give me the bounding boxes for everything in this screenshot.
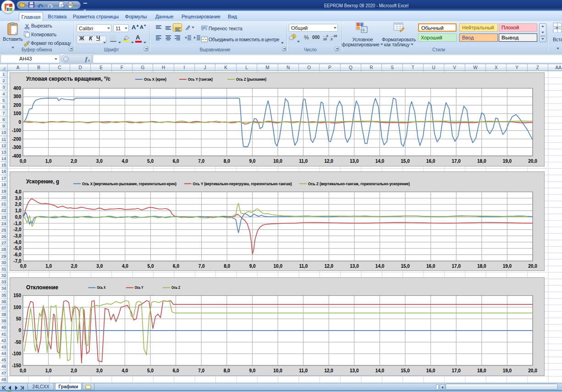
svg-text:2,0: 2,0 xyxy=(71,368,77,373)
svg-text:8,0: 8,0 xyxy=(224,159,230,164)
svg-text:11,0: 11,0 xyxy=(299,264,308,269)
svg-text:-100: -100 xyxy=(12,351,21,356)
svg-text:100: 100 xyxy=(13,305,21,310)
svg-text:1,0: 1,0 xyxy=(45,264,52,269)
svg-text:19,0: 19,0 xyxy=(503,264,512,269)
svg-text:Ось Z (вертикально-тангаж, го: Ось Z (вертикально-тангаж, горизонтально… xyxy=(308,182,410,186)
svg-text:8,0: 8,0 xyxy=(224,368,230,373)
svg-text:19,0: 19,0 xyxy=(503,368,512,373)
svg-text:Ось X (крен): Ось X (крен) xyxy=(144,77,166,82)
svg-text:18,0: 18,0 xyxy=(477,159,486,164)
svg-text:0: 0 xyxy=(18,328,21,333)
svg-text:20,0: 20,0 xyxy=(528,368,537,373)
svg-text:4,0: 4,0 xyxy=(15,189,22,194)
svg-text:9,0: 9,0 xyxy=(249,368,255,373)
svg-text:15,0: 15,0 xyxy=(401,264,410,269)
svg-text:6,0: 6,0 xyxy=(173,159,179,164)
svg-text:16,0: 16,0 xyxy=(426,159,435,164)
svg-text:-300: -300 xyxy=(12,145,21,150)
svg-text:1,0: 1,0 xyxy=(45,159,52,164)
svg-text:3,0: 3,0 xyxy=(96,368,103,373)
svg-text:14,0: 14,0 xyxy=(375,264,385,269)
svg-text:11,0: 11,0 xyxy=(299,159,308,164)
svg-text:14,0: 14,0 xyxy=(375,368,385,373)
svg-text:18,0: 18,0 xyxy=(477,368,486,373)
svg-text:13,0: 13,0 xyxy=(350,159,359,164)
svg-text:-5,0: -5,0 xyxy=(13,246,22,251)
svg-text:2,0: 2,0 xyxy=(71,159,77,164)
svg-text:.00: .00 xyxy=(323,38,327,41)
svg-text:7,0: 7,0 xyxy=(198,159,204,164)
svg-text:12,0: 12,0 xyxy=(324,368,333,373)
svg-text:14,0: 14,0 xyxy=(375,159,385,164)
svg-text:100: 100 xyxy=(13,111,21,116)
svg-text:Ось Z (рыскание): Ось Z (рыскание) xyxy=(236,77,266,82)
svg-text:EEPROM Вектор 08 2020 - Micr: EEPROM Вектор 08 2020 - Microsoft Excel xyxy=(324,3,408,8)
svg-text:0: 0 xyxy=(18,120,21,125)
svg-text:6,0: 6,0 xyxy=(173,264,179,269)
svg-text:10,0: 10,0 xyxy=(273,368,282,373)
svg-text:50: 50 xyxy=(16,316,22,321)
svg-text:13,0: 13,0 xyxy=(350,368,359,373)
svg-text:11,0: 11,0 xyxy=(299,368,308,373)
svg-text:17,0: 17,0 xyxy=(452,368,461,373)
svg-text:17,0: 17,0 xyxy=(452,159,461,164)
svg-text:Отклонение: Отклонение xyxy=(26,284,58,291)
svg-text:3,0: 3,0 xyxy=(96,159,103,164)
svg-text:→.00: →.00 xyxy=(330,34,337,38)
svg-text:4,0: 4,0 xyxy=(121,368,128,373)
svg-text:-400: -400 xyxy=(12,154,21,159)
svg-text:20,0: 20,0 xyxy=(528,159,537,164)
svg-text:-100: -100 xyxy=(12,128,21,133)
svg-text:Ось Y (вертикально-перегрузка,: Ось Y (вертикально-перегрузка, горизонта… xyxy=(193,182,292,186)
svg-text:$: $ xyxy=(293,35,295,38)
svg-text:15,0: 15,0 xyxy=(401,368,410,373)
svg-text:-4,0: -4,0 xyxy=(13,240,22,245)
svg-text:7,0: 7,0 xyxy=(198,264,205,269)
svg-text:8,0: 8,0 xyxy=(224,264,230,269)
svg-text:Угловая скорость вращения, °/с: Угловая скорость вращения, °/с xyxy=(26,76,110,82)
svg-text:7,0: 7,0 xyxy=(198,368,204,373)
svg-text:5,0: 5,0 xyxy=(147,159,154,164)
svg-text:19,0: 19,0 xyxy=(503,159,512,164)
svg-text:3,0: 3,0 xyxy=(15,196,22,201)
svg-text:9,0: 9,0 xyxy=(249,264,256,269)
svg-text:2,0: 2,0 xyxy=(15,202,22,207)
svg-text:16,0: 16,0 xyxy=(426,368,435,373)
svg-text:Ускорение, g: Ускорение, g xyxy=(26,178,59,185)
svg-text:.0: .0 xyxy=(330,38,333,41)
svg-text:13,0: 13,0 xyxy=(350,264,359,269)
svg-text:12,0: 12,0 xyxy=(325,264,334,269)
svg-text:12,0: 12,0 xyxy=(324,159,333,164)
svg-text:400: 400 xyxy=(13,86,21,91)
svg-text:Ось Y (тангаж): Ось Y (тангаж) xyxy=(188,77,213,82)
svg-text:4,0: 4,0 xyxy=(121,159,128,164)
svg-text:10,0: 10,0 xyxy=(273,159,282,164)
svg-text:0,0: 0,0 xyxy=(15,215,22,220)
svg-text:18,0: 18,0 xyxy=(477,264,486,269)
svg-text:9,0: 9,0 xyxy=(249,159,255,164)
svg-text:-50: -50 xyxy=(15,340,22,345)
svg-text:300: 300 xyxy=(13,94,21,99)
svg-text:5,0: 5,0 xyxy=(148,264,154,269)
svg-text:←.0: ←.0 xyxy=(323,34,328,38)
svg-text:-2,0: -2,0 xyxy=(13,227,22,232)
svg-text:5,0: 5,0 xyxy=(147,368,154,373)
svg-text:1,0: 1,0 xyxy=(45,368,52,373)
svg-text:-200: -200 xyxy=(12,137,21,142)
svg-text:15,0: 15,0 xyxy=(401,159,410,164)
svg-text:0,0: 0,0 xyxy=(20,264,27,269)
svg-text:-150: -150 xyxy=(12,363,21,368)
svg-text:1,0: 1,0 xyxy=(15,208,22,213)
svg-text:17,0: 17,0 xyxy=(452,264,461,269)
svg-text:0,0: 0,0 xyxy=(20,368,26,373)
svg-text:-1,0: -1,0 xyxy=(13,221,22,226)
svg-text:150: 150 xyxy=(13,293,21,298)
svg-text:Ось Y: Ось Y xyxy=(135,285,143,290)
svg-text:-3,0: -3,0 xyxy=(13,233,22,238)
svg-text:Ось Z: Ось Z xyxy=(171,285,180,290)
svg-text:2,0: 2,0 xyxy=(71,264,77,269)
svg-text:0,0: 0,0 xyxy=(20,159,26,164)
svg-text:3,0: 3,0 xyxy=(96,264,103,269)
svg-text:-7,0: -7,0 xyxy=(13,259,22,264)
